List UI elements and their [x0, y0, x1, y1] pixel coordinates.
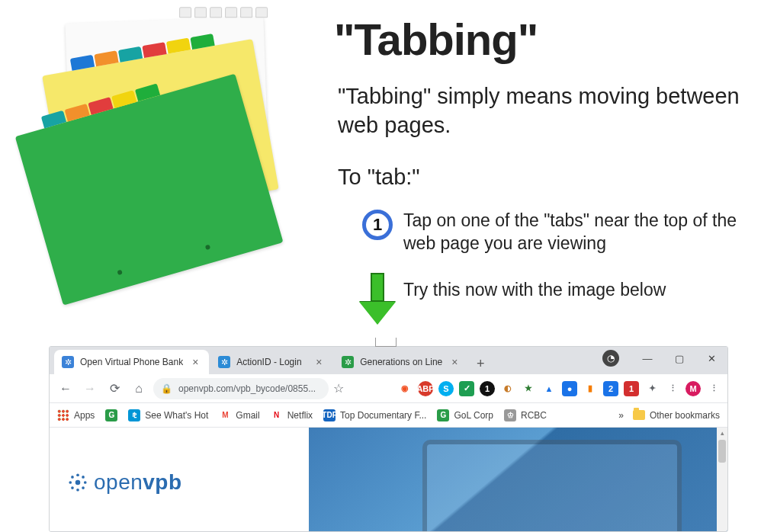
bookmark-label: Top Documentary F... [340, 410, 426, 421]
openvpb-logo-icon [68, 473, 88, 492]
bookmark-favicon-icon: G [437, 409, 449, 421]
scrollbar[interactable]: ▴ [717, 428, 727, 531]
scroll-thumb[interactable] [718, 440, 726, 463]
tab-open-virtual-phone-bank[interactable]: ✲ Open Virtual Phone Bank × [54, 350, 209, 374]
bookmark-favicon-icon: ⅊ [128, 409, 140, 421]
page-sidebar: openvpb [50, 428, 309, 531]
svg-point-0 [75, 480, 81, 486]
svg-point-1 [76, 473, 79, 476]
blue-icon[interactable]: ● [562, 381, 577, 396]
check-icon[interactable]: ✓ [459, 381, 474, 396]
bookmark-favicon-icon: ♔ [504, 409, 516, 421]
dog-icon[interactable]: ◐ [500, 381, 515, 396]
folder-icon [633, 410, 645, 420]
step-badge-1: 1 [362, 210, 393, 240]
bookmark-label: RCBC [521, 410, 547, 421]
bookmark-item[interactable]: ♔RCBC [504, 409, 547, 421]
tab-actionid-login[interactable]: ✲ ActionID - Login × [210, 350, 332, 374]
down-arrow-icon [362, 273, 393, 325]
page-content: openvpb ▴ [50, 428, 727, 531]
incognito-icon[interactable]: ◔ [602, 350, 619, 367]
nav-home-button[interactable]: ⌂ [129, 379, 149, 399]
subtitle: "Tabbing" simply means moving between we… [338, 82, 742, 139]
bookmark-label: Apps [74, 410, 95, 421]
bookmark-star-icon[interactable]: ☆ [333, 381, 344, 396]
tab-generations-on-line[interactable]: ✲ Generations on Line × [334, 350, 468, 374]
tab-close-icon[interactable]: × [313, 356, 325, 368]
openvpb-brand: openvpb [68, 470, 182, 495]
bookmark-apps[interactable]: Apps [57, 409, 95, 421]
nav-forward-button[interactable]: → [80, 379, 100, 399]
badge2-icon[interactable]: 2 [603, 381, 618, 396]
address-bar: ← → ⟳ ⌂ 🔒 openvpb.com/vpb_bycode/0855...… [50, 374, 727, 403]
menu-icon[interactable]: ⋮ [665, 381, 680, 396]
bookmark-label: See What's Hot [145, 410, 208, 421]
folder-illustration [2, 0, 319, 344]
bookmark-other[interactable]: Other bookmarks [633, 410, 720, 421]
bookmark-favicon-icon: N [271, 409, 283, 421]
bookmark-label: Other bookmarks [650, 410, 720, 421]
bookmark-item[interactable]: NNetflix [271, 409, 313, 421]
avatar-icon[interactable]: M [685, 381, 701, 396]
skype-icon[interactable]: S [438, 381, 454, 396]
window-controls: ◔ — ▢ ✕ [602, 347, 727, 370]
svg-point-6 [82, 476, 85, 479]
apps-grid-icon [57, 409, 69, 421]
bookmark-favicon-icon: M [219, 409, 231, 421]
bookmark-overflow[interactable]: » [618, 410, 624, 421]
adblock-icon[interactable]: ABP [418, 381, 433, 396]
favicon-actionid-icon: ✲ [218, 356, 230, 368]
window-close-button[interactable]: ✕ [695, 348, 727, 369]
bookmark-item[interactable]: ⅊See What's Hot [128, 409, 208, 421]
extensions-row: ◉ABPS✓1◐★▲●▮21✦⋮M⋮ [397, 381, 721, 396]
brand-text: openvpb [94, 470, 182, 495]
tab-close-icon[interactable]: × [189, 356, 201, 368]
to-tab-label: To "tab:" [338, 165, 420, 190]
svg-point-5 [71, 476, 74, 479]
hero-laptop-graphic [422, 440, 682, 531]
puzzle-icon[interactable]: ✦ [644, 381, 660, 396]
bookmark-favicon-icon: TDF [323, 409, 336, 421]
url-text: openvpb.com/vpb_bycode/0855... [178, 383, 316, 394]
bookmark-label: Netflix [287, 410, 313, 421]
brave-icon[interactable]: ◉ [397, 381, 413, 396]
badge1-icon[interactable]: 1 [624, 381, 639, 396]
bookmarks-bar: Apps G⅊See What's HotMGmailNNetflixTDFTo… [50, 403, 727, 428]
window-maximize-button[interactable]: ▢ [663, 348, 695, 369]
bookmark-item[interactable]: TDFTop Documentary F... [323, 409, 426, 421]
scroll-up-icon[interactable]: ▴ [717, 428, 727, 438]
try-text: Try this now with the image below [403, 273, 666, 302]
browser-window: ✲ Open Virtual Phone Bank × ✲ ActionID -… [49, 346, 728, 532]
url-input[interactable]: 🔒 openvpb.com/vpb_bycode/0855... [153, 378, 329, 399]
bookmark-label: Gmail [236, 410, 259, 421]
svg-point-7 [71, 486, 74, 489]
nav-back-button[interactable]: ← [56, 379, 75, 399]
new-tab-button[interactable]: + [470, 353, 491, 374]
tab-title: ActionID - Login [236, 357, 307, 367]
favicon-openvpb-icon: ✲ [62, 356, 74, 368]
step-1: 1 Tap on one of the "tabs" near the top … [362, 210, 759, 255]
one-icon[interactable]: 1 [480, 381, 495, 396]
tab-title: Open Virtual Phone Bank [80, 357, 183, 367]
svg-point-8 [82, 486, 85, 489]
arrow-target-box [375, 338, 397, 347]
window-minimize-button[interactable]: — [631, 348, 663, 369]
page-hero: ▴ [309, 428, 727, 531]
nav-reload-button[interactable]: ⟳ [104, 379, 124, 399]
ga-icon[interactable]: ▮ [583, 381, 598, 396]
try-it-row: Try this now with the image below [362, 273, 666, 325]
step-1-text: Tap on one of the "tabs" near the top of… [403, 210, 759, 255]
kebab-icon[interactable]: ⋮ [706, 381, 721, 396]
bookmark-label: GoL Corp [454, 410, 493, 421]
svg-point-2 [76, 489, 79, 492]
new-icon[interactable]: ★ [521, 381, 536, 396]
favicon-gol-icon: ✲ [342, 356, 354, 368]
page-title: "Tabbing" [334, 14, 538, 65]
bookmark-item[interactable]: G [105, 409, 117, 421]
tab-strip: ✲ Open Virtual Phone Bank × ✲ ActionID -… [50, 347, 727, 374]
bookmark-item[interactable]: MGmail [219, 409, 259, 421]
tab-close-icon[interactable]: × [448, 356, 461, 368]
drive-icon[interactable]: ▲ [541, 381, 557, 396]
svg-point-3 [69, 481, 72, 484]
bookmark-item[interactable]: GGoL Corp [437, 409, 493, 421]
